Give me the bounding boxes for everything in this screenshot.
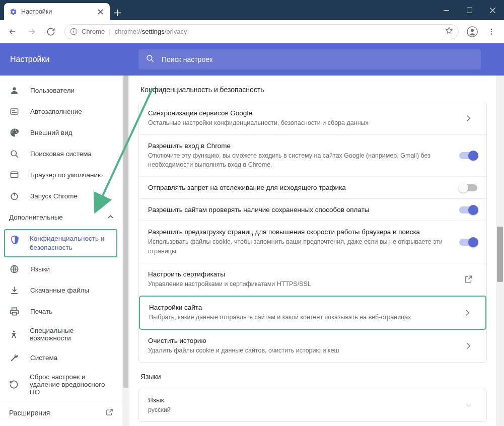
row-payment-methods-check[interactable]: Разрешить сайтам проверять наличие сохра…: [139, 198, 486, 221]
sidebar-scrollbar[interactable]: [122, 76, 129, 426]
main-scrollbar[interactable]: [496, 76, 504, 426]
settings-search[interactable]: [138, 49, 481, 69]
svg-rect-11: [11, 108, 18, 114]
sidebar-item-appearance[interactable]: Внешний вид: [0, 122, 122, 143]
chevron-right-icon: [458, 309, 476, 316]
row-language[interactable]: Язык русский: [139, 389, 486, 421]
sidebar-item-label: Сброс настроек и удаление вредоносного П…: [30, 373, 113, 396]
new-tab-button[interactable]: [110, 5, 125, 20]
open-in-new-icon: [106, 408, 113, 417]
annotation-highlight-row: Настройки сайта Выбрать, какие данные от…: [139, 296, 486, 330]
toggle-switch[interactable]: [459, 152, 477, 159]
sidebar-item-printing[interactable]: Печать: [0, 301, 122, 322]
row-subtitle: Управление настройками и сертификатами H…: [148, 279, 451, 289]
sidebar-advanced-toggle[interactable]: Дополнительные: [0, 206, 122, 228]
palette-icon: [9, 128, 19, 137]
row-subtitle: Выбрать, какие данные отправлять сайтам …: [149, 313, 450, 322]
browser-tab[interactable]: Настройки: [4, 3, 110, 20]
autofill-icon: [9, 107, 19, 116]
scrollbar-thumb[interactable]: [123, 76, 128, 388]
svg-point-8: [491, 33, 492, 35]
menu-button[interactable]: [483, 23, 500, 40]
svg-rect-18: [12, 312, 16, 315]
sidebar-item-languages[interactable]: Языки: [0, 258, 122, 279]
row-title: Разрешить предзагрузку страниц для повыш…: [148, 228, 451, 236]
sidebar-item-label: Конфиденциальность и безопасность: [30, 234, 111, 252]
svg-rect-3: [74, 31, 74, 33]
row-subtitle: Удалить файлы cookie и данные сайтов, оч…: [148, 346, 451, 355]
sidebar-item-system[interactable]: Система: [0, 347, 122, 368]
sidebar-item-users[interactable]: Пользователи: [0, 80, 122, 101]
sidebar-item-accessibility[interactable]: Специальные возможности: [0, 322, 122, 347]
scrollbar-thumb[interactable]: [497, 227, 503, 282]
url-host: settings: [142, 28, 165, 35]
sidebar-item-search-engine[interactable]: Поисковая система: [0, 143, 122, 164]
svg-point-9: [147, 55, 152, 60]
address-bar[interactable]: Chrome | chrome://settings/privacy: [64, 24, 459, 39]
toggle-switch[interactable]: [459, 239, 477, 246]
row-site-settings[interactable]: Настройки сайта Выбрать, какие данные от…: [140, 297, 485, 329]
sidebar-section-label: Дополнительные: [9, 214, 63, 221]
sidebar-item-label: Специальные возможности: [30, 327, 113, 342]
sidebar-item-label: Система: [30, 354, 57, 362]
annotation-highlight-sidebar: Конфиденциальность и безопасность: [4, 229, 117, 257]
sidebar-item-extensions[interactable]: Расширения: [0, 401, 122, 424]
row-subtitle: Отключите эту функцию, вы сможете входит…: [148, 151, 451, 169]
open-in-new-icon: [459, 275, 477, 283]
reload-button[interactable]: [42, 23, 59, 40]
site-info-icon[interactable]: [70, 28, 78, 35]
maximize-button[interactable]: [458, 0, 481, 20]
wrench-icon: [9, 353, 19, 363]
sidebar-item-on-startup[interactable]: Запуск Chrome: [0, 185, 122, 206]
shield-icon: [10, 235, 20, 245]
row-preload-pages[interactable]: Разрешить предзагрузку страниц для повыш…: [139, 221, 486, 262]
chevron-right-icon: [459, 115, 477, 122]
sidebar-item-privacy[interactable]: Конфиденциальность и безопасность: [5, 230, 116, 256]
row-title: Разрешить вход в Chrome: [148, 142, 451, 150]
restore-icon: [9, 380, 19, 389]
close-icon[interactable]: [96, 7, 105, 16]
search-icon: [9, 149, 19, 159]
row-title: Язык: [148, 396, 451, 404]
chevron-down-icon: [459, 402, 477, 409]
sidebar-item-default-browser[interactable]: Браузер по умолчанию: [0, 164, 122, 185]
print-icon: [9, 307, 19, 316]
browser-icon: [9, 170, 19, 180]
main-content: Конфиденциальность и безопасность Синхро…: [129, 76, 496, 426]
back-button[interactable]: [4, 23, 21, 40]
toggle-switch[interactable]: [459, 184, 477, 191]
settings-header: Настройки: [0, 43, 504, 76]
sidebar: Пользователи Автозаполнение Внешний вид …: [0, 76, 122, 426]
svg-rect-13: [12, 112, 17, 113]
minimize-button[interactable]: [435, 0, 458, 20]
row-title: Синхронизация сервисов Google: [148, 109, 451, 117]
chevron-up-icon: [108, 214, 113, 221]
row-manage-certificates[interactable]: Настроить сертификаты Управление настрой…: [139, 263, 486, 296]
sidebar-item-label: Печать: [30, 308, 52, 315]
row-sync-google[interactable]: Синхронизация сервисов Google Остальные …: [139, 102, 486, 134]
person-icon: [9, 86, 19, 95]
gear-icon: [9, 8, 17, 16]
settings-card-privacy: Синхронизация сервисов Google Остальные …: [138, 102, 487, 363]
profile-button[interactable]: [464, 23, 481, 40]
sidebar-item-downloads[interactable]: Скачанные файлы: [0, 279, 122, 301]
svg-point-5: [471, 29, 474, 32]
window-controls: [435, 0, 504, 20]
sidebar-item-reset[interactable]: Сброс настроек и удаление вредоносного П…: [0, 368, 122, 401]
search-input[interactable]: [162, 55, 474, 63]
svg-point-6: [491, 29, 492, 30]
toggle-switch[interactable]: [459, 206, 477, 214]
row-subtitle: Использовать файлы cookie, чтобы запомни…: [148, 237, 451, 255]
svg-rect-0: [467, 8, 472, 13]
row-clear-history[interactable]: Очистить историю Удалить файлы cookie и …: [139, 330, 486, 362]
row-do-not-track[interactable]: Отправлять запрет на отслеживание для ис…: [139, 176, 486, 198]
sidebar-item-label: Запуск Chrome: [30, 192, 78, 200]
sidebar-item-label: Скачанные файлы: [30, 287, 89, 294]
bookmark-icon[interactable]: [445, 27, 453, 36]
row-allow-chrome-signin[interactable]: Разрешить вход в Chrome Отключите эту фу…: [139, 134, 486, 176]
close-window-button[interactable]: [481, 0, 504, 20]
svg-rect-12: [12, 110, 15, 111]
sidebar-item-autofill[interactable]: Автозаполнение: [0, 101, 122, 122]
forward-button[interactable]: [23, 23, 40, 40]
tab-title: Настройки: [21, 8, 92, 15]
